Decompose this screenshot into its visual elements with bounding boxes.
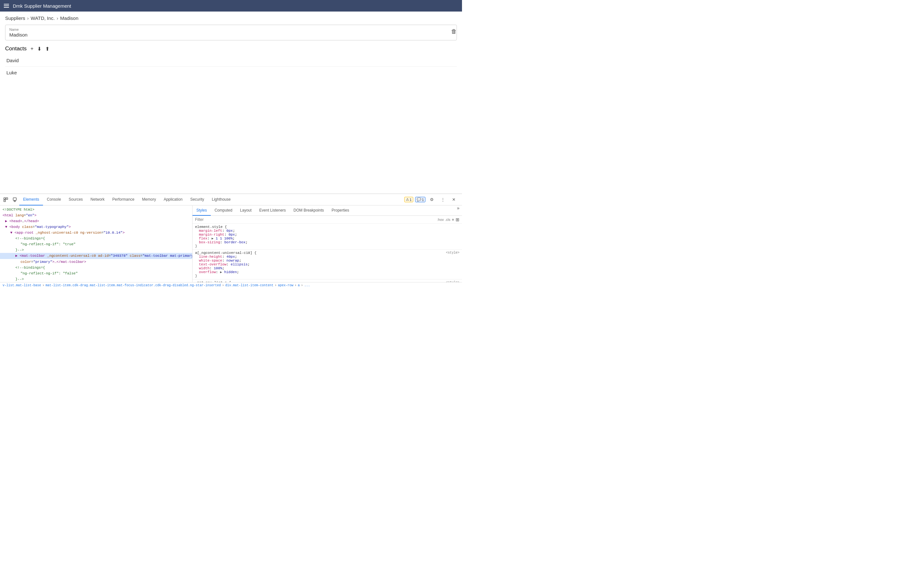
info-badge[interactable]: 💬 1 <box>415 197 425 202</box>
copy-style-icon[interactable]: ⊞ <box>456 217 459 222</box>
status-item[interactable]: ... <box>303 284 311 287</box>
css-rule-element-style: element.style { margin-left: 0px; margin… <box>192 224 462 250</box>
rule-prop[interactable]: white-space <box>195 259 222 263</box>
html-line[interactable]: <!--bindings={ <box>0 265 192 271</box>
add-contact-button[interactable]: + <box>31 46 33 52</box>
tab-security[interactable]: Security <box>186 194 208 205</box>
tab-memory[interactable]: Memory <box>138 194 160 205</box>
css-rule-a-ngcontent: a[_ngcontent-universal-c18] { <style> li… <box>192 250 462 279</box>
html-line[interactable]: color="primary">…</mat-toolbar> <box>0 259 192 265</box>
warning-icon: ⚠ <box>406 197 409 201</box>
breadcrumb-part-madison[interactable]: Madison <box>60 15 79 21</box>
more-options-icon[interactable]: ⋮ <box>438 195 447 204</box>
rule-source: <style> <box>446 251 459 255</box>
breadcrumb-part-watd[interactable]: WATD, Inc. <box>31 15 55 21</box>
rule-value[interactable]: 0px <box>226 229 233 233</box>
rule-value[interactable]: hidden <box>224 270 237 274</box>
styles-tab-styles[interactable]: Styles <box>192 205 211 216</box>
close-devtools-icon[interactable]: ✕ <box>449 195 458 204</box>
html-line[interactable]: }--> <box>0 247 192 253</box>
info-icon: 💬 <box>417 197 421 201</box>
rule-prop[interactable]: overflow <box>195 270 216 274</box>
rule-value[interactable]: 100% <box>214 266 222 270</box>
html-line[interactable]: "ng-reflect-ng-if": "false" <box>0 271 192 276</box>
contacts-title: Contacts <box>5 45 27 52</box>
rule-prop[interactable]: margin-right <box>195 233 224 237</box>
styles-tabs: Styles Computed Layout Event Listeners D… <box>192 205 462 216</box>
name-field-group: Name Madison <box>5 25 457 40</box>
devtools-tabs: Elements Console Sources Network Perform… <box>19 194 404 205</box>
breadcrumb: Suppliers › WATD, Inc. › Madison <box>5 15 457 21</box>
app-toolbar: Dmk Supplier Management <box>0 0 462 11</box>
name-field-label: Name <box>9 27 453 31</box>
html-line[interactable]: ▼ <body class="mat-typography"> <box>0 224 192 230</box>
styles-more-icon[interactable]: » <box>454 205 462 215</box>
rule-value[interactable]: 0px <box>228 233 235 237</box>
styles-tab-computed[interactable]: Computed <box>211 205 236 216</box>
inspect-element-icon[interactable] <box>1 195 10 204</box>
name-field-value[interactable]: Madison <box>9 32 453 37</box>
styles-tab-layout[interactable]: Layout <box>236 205 255 216</box>
html-line[interactable]: <!DOCTYPE html> <box>0 207 192 213</box>
status-item[interactable]: apex-row <box>276 284 294 287</box>
filter-input[interactable] <box>195 218 437 222</box>
rule-prop[interactable]: text-overflow <box>195 263 226 266</box>
rule-value[interactable]: 1 1 100% <box>216 237 233 240</box>
settings-icon[interactable]: ⚙ <box>427 195 436 204</box>
tab-application[interactable]: Application <box>160 194 186 205</box>
rule-value[interactable]: border-box <box>224 240 246 244</box>
filter-hint-hov[interactable]: :hov <box>437 218 444 221</box>
rule-value[interactable]: nowrap <box>226 259 239 263</box>
status-item[interactable]: v-list.mat-list-base <box>1 284 42 287</box>
status-item[interactable]: a <box>296 284 301 287</box>
tab-console[interactable]: Console <box>43 194 65 205</box>
svg-rect-1 <box>6 198 8 199</box>
upload-contacts-button[interactable]: ⬆ <box>45 46 49 52</box>
tab-lighthouse[interactable]: Lighthouse <box>208 194 234 205</box>
tab-performance[interactable]: Performance <box>108 194 138 205</box>
info-count: 1 <box>422 198 424 201</box>
rule-prop[interactable]: margin-left <box>195 229 222 233</box>
rule-selector: a[_ngcontent-universal-c18] { <box>195 251 256 255</box>
rule-value[interactable]: ellipsis <box>231 263 248 266</box>
devtools-body: <!DOCTYPE html> <html lang="en"> ▶ <head… <box>0 205 462 282</box>
styles-tab-properties[interactable]: Properties <box>328 205 353 216</box>
status-item[interactable]: mat-list-item.cdk-drag.mat-list-item.mat… <box>44 284 222 287</box>
html-line[interactable]: }--> <box>0 276 192 282</box>
html-line[interactable]: ▶ <mat-toolbar _ngcontent-universal-c0 a… <box>0 253 192 259</box>
list-item[interactable]: David <box>5 55 457 67</box>
html-line[interactable]: ▼ <app-root _nghost-universal-c0 ng-vers… <box>0 230 192 235</box>
app-title: Dmk Supplier Management <box>13 3 71 9</box>
css-rule-mat-nav-list: .mat-nav-list a { <style> text-decoratio… <box>192 279 462 282</box>
rule-prop[interactable]: flex <box>195 237 207 240</box>
tab-sources[interactable]: Sources <box>65 194 87 205</box>
breadcrumb-sep-2: › <box>57 15 58 21</box>
rule-selector: element.style { <box>195 225 227 229</box>
styles-tab-dom-breakpoints[interactable]: DOM Breakpoints <box>290 205 328 216</box>
rule-prop[interactable]: width <box>195 266 210 270</box>
contact-name-david: David <box>6 58 19 63</box>
hamburger-menu-icon[interactable] <box>4 4 9 8</box>
breadcrumb-sep-1: › <box>27 15 29 21</box>
device-toggle-icon[interactable] <box>10 195 19 204</box>
breadcrumb-part-suppliers[interactable]: Suppliers <box>5 15 25 21</box>
svg-rect-3 <box>13 198 16 200</box>
filter-hint-cls[interactable]: .cls <box>445 218 451 221</box>
html-line[interactable]: "ng-reflect-ng-if": "true" <box>0 242 192 247</box>
html-line[interactable]: <html lang="en"> <box>0 213 192 218</box>
tab-elements[interactable]: Elements <box>19 194 43 205</box>
warning-badge[interactable]: ⚠ 1 <box>404 197 413 202</box>
rule-prop[interactable]: line-height <box>195 255 222 259</box>
rule-value[interactable]: 40px <box>226 255 235 259</box>
svg-rect-4 <box>14 201 15 201</box>
add-style-icon[interactable]: + <box>452 217 454 222</box>
download-contacts-button[interactable]: ⬇ <box>37 46 41 52</box>
contact-list: David Luke <box>5 55 457 79</box>
status-item[interactable]: div.mat-list-item-content <box>224 284 275 287</box>
tab-network[interactable]: Network <box>87 194 108 205</box>
html-line[interactable]: <!--bindings={ <box>0 235 192 242</box>
styles-tab-event-listeners[interactable]: Event Listeners <box>255 205 290 216</box>
list-item[interactable]: Luke <box>5 67 457 79</box>
html-line[interactable]: ▶ <head>…</head> <box>0 218 192 224</box>
rule-prop[interactable]: box-sizing <box>195 240 220 244</box>
